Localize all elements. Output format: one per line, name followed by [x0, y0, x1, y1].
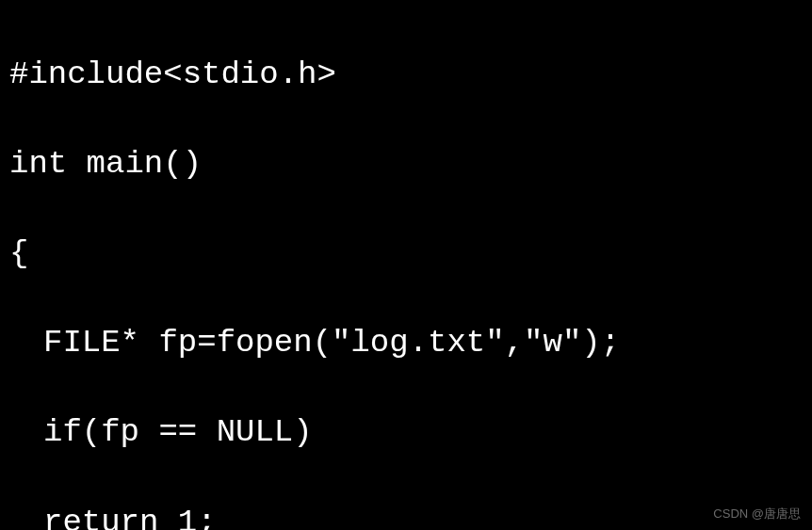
code-text: FILE* fp=fopen("log.txt","w");: [43, 325, 620, 361]
code-text: int main(): [9, 146, 202, 182]
code-line-1: #include<stdio.h>: [9, 53, 803, 98]
code-line-4: FILE* fp=fopen("log.txt","w");: [9, 321, 803, 366]
code-line-3: {: [9, 232, 803, 277]
code-text: return 1;: [43, 505, 217, 530]
code-line-2: int main(): [9, 142, 803, 187]
code-text: #include<stdio.h>: [9, 56, 336, 92]
code-editor[interactable]: #include<stdio.h> int main() { FILE* fp=…: [9, 8, 803, 530]
code-text: {: [9, 235, 28, 271]
code-text: if(fp == NULL): [43, 414, 313, 450]
code-line-5: if(fp == NULL): [9, 410, 803, 456]
watermark: CSDN @唐唐思: [713, 506, 801, 522]
code-line-6: return 1;: [9, 501, 803, 530]
